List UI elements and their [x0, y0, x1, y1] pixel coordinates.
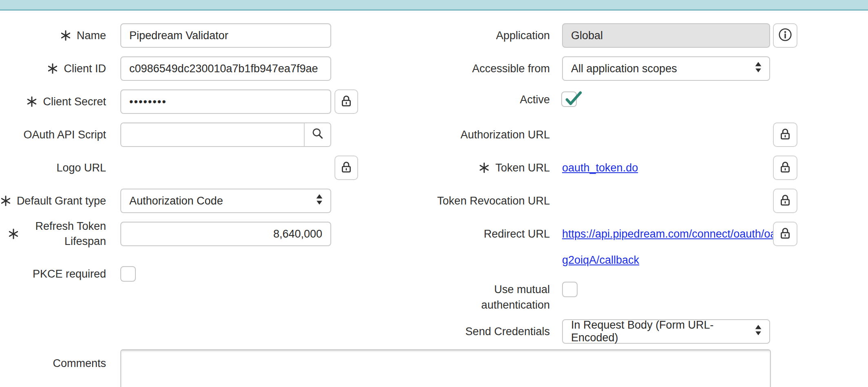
- tab-strip-bottom-bar: [0, 0, 868, 11]
- token-url-link[interactable]: oauth_token.do: [562, 162, 638, 174]
- oauth-registry-form: Name Client ID Client Secret OAuth API S…: [0, 0, 868, 387]
- client-id-input[interactable]: [120, 56, 331, 81]
- oauth-api-script-lookup-button[interactable]: [304, 123, 330, 146]
- name-label: Name: [0, 23, 106, 48]
- lock-icon: [778, 127, 792, 142]
- default-grant-type-label: Default Grant type: [0, 189, 106, 213]
- application-info-button[interactable]: [773, 23, 797, 48]
- oauth-api-script-label: OAuth API Script: [0, 122, 106, 147]
- comments-label: Comments: [0, 349, 106, 377]
- required-icon: [27, 96, 37, 107]
- comments-textarea[interactable]: [120, 349, 771, 387]
- accessible-from-select[interactable]: All application scopes: [562, 56, 770, 81]
- use-mutual-authentication-label: Use mutual authentication: [424, 282, 550, 313]
- lock-icon: [778, 193, 792, 209]
- pkce-required-label: PKCE required: [0, 262, 106, 286]
- redirect-url-link-line1[interactable]: https://api.pipedream.com/connect/oauth/…: [562, 228, 782, 240]
- client-secret-unlock-button[interactable]: [334, 89, 358, 114]
- checkmark-icon: [563, 89, 582, 107]
- client-secret-input[interactable]: [120, 89, 331, 114]
- token-revocation-url-label: Token Revocation URL: [424, 189, 550, 213]
- name-input[interactable]: [120, 23, 331, 48]
- lock-icon: [339, 160, 353, 176]
- redirect-url-label: Redirect URL: [424, 222, 550, 246]
- required-icon: [47, 63, 58, 74]
- info-icon: [777, 27, 793, 44]
- application-readonly-field: Global: [562, 23, 770, 48]
- send-credentials-select[interactable]: In Request Body (Form URL-Encoded): [562, 319, 770, 344]
- select-spinner-icon: [754, 324, 763, 340]
- lock-icon: [778, 160, 792, 176]
- required-icon: [479, 162, 489, 173]
- client-id-label: Client ID: [0, 56, 106, 81]
- oauth-api-script-reference-field: [120, 122, 331, 147]
- authorization-url-unlock-button[interactable]: [773, 122, 797, 147]
- token-url-unlock-button[interactable]: [773, 156, 797, 180]
- required-icon: [8, 229, 19, 239]
- application-label: Application: [424, 23, 550, 48]
- select-spinner-icon: [754, 61, 763, 77]
- accessible-from-label: Accessible from: [424, 56, 550, 81]
- send-credentials-label: Send Credentials: [424, 319, 550, 344]
- default-grant-type-select[interactable]: Authorization Code: [120, 189, 331, 213]
- use-mutual-authentication-checkbox[interactable]: [562, 282, 578, 297]
- oauth-api-script-input[interactable]: [121, 123, 304, 146]
- active-checkbox[interactable]: [561, 91, 577, 107]
- logo-url-unlock-button[interactable]: [334, 156, 358, 180]
- redirect-url-link-line2[interactable]: g2oiqA/callback: [562, 254, 639, 267]
- pkce-required-checkbox[interactable]: [120, 266, 136, 282]
- token-url-label: Token URL: [424, 156, 550, 180]
- lock-icon: [339, 94, 353, 109]
- required-icon: [60, 30, 71, 41]
- refresh-token-lifespan-label: Refresh Token Lifespan: [0, 219, 106, 249]
- required-icon: [0, 196, 11, 206]
- client-secret-label: Client Secret: [0, 89, 106, 114]
- authorization-url-label: Authorization URL: [424, 122, 550, 147]
- active-label: Active: [424, 87, 550, 112]
- logo-url-label: Logo URL: [0, 156, 106, 180]
- lock-icon: [778, 226, 792, 242]
- token-revocation-url-unlock-button[interactable]: [773, 189, 797, 213]
- refresh-token-lifespan-input[interactable]: [120, 222, 331, 246]
- select-spinner-icon: [315, 193, 324, 209]
- search-icon: [311, 127, 325, 142]
- redirect-url-unlock-button[interactable]: [773, 222, 797, 246]
